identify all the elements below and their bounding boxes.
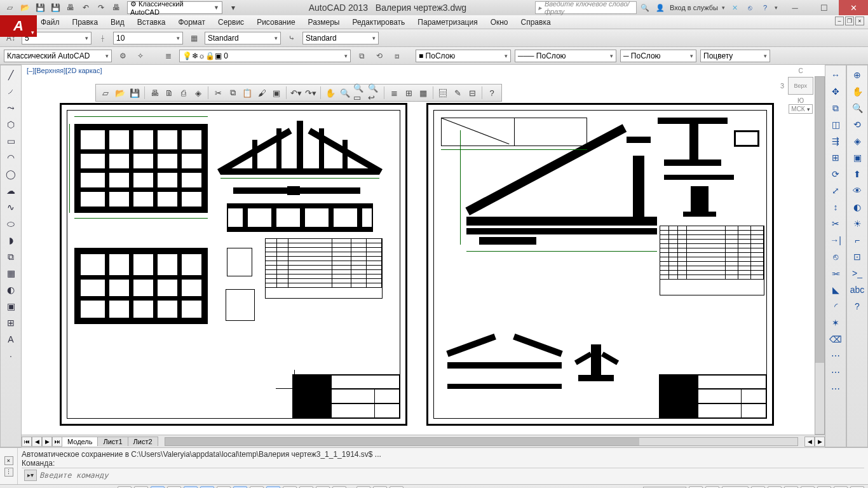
ft-paste-icon[interactable]: 📋	[240, 86, 254, 100]
layer-props-icon[interactable]: ≣	[161, 50, 175, 62]
sb-ducs-icon[interactable]: ⌐	[250, 486, 264, 489]
tab-layout2[interactable]: Лист2	[128, 437, 158, 446]
tab-prev-button[interactable]: ◀	[32, 437, 42, 447]
stayconnected-icon[interactable]: ⎋	[744, 2, 756, 13]
sb-tpy-icon[interactable]: ▥	[299, 486, 313, 489]
explode-tool-icon[interactable]: ✶	[827, 316, 844, 330]
ft-zoomp-icon[interactable]: 🔍↩	[367, 86, 381, 100]
qat-save-icon[interactable]: 💾	[33, 1, 47, 14]
mdi-restore-button[interactable]: ❐	[845, 17, 854, 25]
copy-tool-icon[interactable]: ⧉	[827, 101, 844, 115]
sb-iso-icon[interactable]: ⛶	[834, 486, 848, 489]
mdi-minimize-button[interactable]: –	[835, 17, 844, 25]
lineweight2-dropdown[interactable]: 10▾	[113, 32, 183, 44]
menu-item[interactable]: Параметризация	[416, 17, 478, 28]
cmd2-tool-icon[interactable]: abc	[849, 283, 865, 297]
viewport-label[interactable]: [–][Верхняя][2D каркас]	[22, 65, 825, 76]
infocenter-icon[interactable]: 🔍	[639, 2, 651, 13]
extend-tool-icon[interactable]: →|	[827, 233, 844, 247]
sb-snap-icon[interactable]: ⊞	[134, 486, 148, 489]
revcloud-tool-icon[interactable]: ☁	[3, 184, 19, 198]
ws-settings-icon[interactable]: ⚙	[116, 50, 130, 62]
circle-tool-icon[interactable]: ◯	[3, 167, 19, 181]
menu-item[interactable]: Формат	[177, 17, 207, 28]
tab-layout1[interactable]: Лист1	[97, 437, 128, 446]
exchange-icon[interactable]: ✕	[729, 2, 740, 13]
pan-tool-icon[interactable]: ✋	[849, 85, 865, 98]
extrude-tool-icon[interactable]: ⬆	[849, 167, 865, 181]
layer-iso-icon[interactable]: ⧉	[355, 50, 369, 62]
qat-more-icon[interactable]: ▾	[226, 1, 240, 14]
hscroll-left[interactable]: ◀	[804, 437, 815, 447]
sb-dyn-icon[interactable]: +	[266, 486, 280, 489]
offset-tool-icon[interactable]: ⇶	[827, 134, 844, 148]
qat-undo-icon[interactable]: ↶	[79, 1, 93, 14]
insert-tool-icon[interactable]: ⧉	[3, 250, 19, 264]
plotstyle-dropdown[interactable]: Поцвету▾	[700, 50, 770, 62]
close-button[interactable]: ✕	[839, 0, 868, 15]
more2-tool-icon[interactable]: ⋯	[827, 365, 844, 379]
sb-qv2-icon[interactable]: ⊞	[705, 486, 719, 489]
scale-tool-icon[interactable]: ⤢	[827, 184, 844, 198]
command-handle[interactable]: × ⋮	[0, 448, 18, 484]
sb-otrack-icon[interactable]: ∠	[233, 486, 247, 489]
ft-redo-icon[interactable]: ↷▾	[304, 86, 318, 100]
gradient-tool-icon[interactable]: ◐	[3, 283, 19, 297]
drawing-viewport[interactable]: [–][Верхняя][2D каркас] С З Верх В Ю МСК…	[22, 65, 825, 447]
point-tool-icon[interactable]: ∙	[3, 349, 19, 363]
sb-hw-icon[interactable]: ⏻	[817, 486, 831, 489]
fillet-tool-icon[interactable]: ◜	[827, 299, 844, 313]
tab-model[interactable]: Модель	[62, 437, 98, 446]
ft-help-icon[interactable]: ?	[485, 86, 499, 100]
menu-item[interactable]: Справка	[520, 17, 552, 28]
ft-sheet-icon[interactable]: ⿳	[436, 86, 450, 100]
pline-tool-icon[interactable]: ⤳	[3, 101, 19, 115]
ft-match-icon[interactable]: 🖌	[255, 86, 269, 100]
menu-item[interactable]: Окно	[489, 17, 510, 28]
wcs-dropdown[interactable]: МСК▾	[789, 104, 812, 114]
qat-print2-icon[interactable]: 🖶	[109, 1, 123, 14]
ucs-tool-icon[interactable]: ⌐	[849, 233, 865, 247]
line-tool-icon[interactable]: ╱	[3, 68, 19, 82]
sb-layout-icon[interactable]: ⊞	[373, 486, 387, 489]
box-tool-icon[interactable]: ▣	[849, 151, 865, 165]
help-icon[interactable]: ?	[759, 2, 771, 13]
mdi-close-button[interactable]: ×	[855, 17, 864, 25]
dist-tool-icon[interactable]: ↔	[827, 68, 844, 82]
tablestyle-icon[interactable]: ▦	[187, 32, 201, 44]
ft-print-icon[interactable]: 🖶	[147, 86, 161, 100]
model-space[interactable]	[60, 103, 774, 426]
erase-tool-icon[interactable]: ⌫	[827, 332, 844, 346]
sb-sc-icon[interactable]: ◫	[332, 486, 346, 489]
sb-infer-icon[interactable]: ⊕	[118, 486, 132, 489]
sb-ortho-icon[interactable]: ∟	[167, 486, 181, 489]
dimstyle-icon[interactable]: ⟊	[95, 32, 109, 44]
sb-lock-icon[interactable]: 🔒	[801, 486, 815, 489]
ft-publish-icon[interactable]: ⎙	[177, 86, 191, 100]
menu-item[interactable]: Размеры	[307, 17, 341, 28]
qat-redo-icon[interactable]: ↷	[94, 1, 108, 14]
rotate-tool-icon[interactable]: ⟳	[827, 167, 844, 181]
dimstyle-dropdown[interactable]: Standard▾	[205, 32, 281, 44]
view-tool-icon[interactable]: 👁	[849, 184, 865, 198]
ws-save-icon[interactable]: ✧	[133, 50, 147, 62]
ft-open-icon[interactable]: 📂	[113, 86, 127, 100]
field-tool-icon[interactable]: ⊡	[849, 250, 865, 264]
app-menu-button[interactable]: A ▾	[0, 15, 37, 37]
spline-tool-icon[interactable]: ∿	[3, 200, 19, 214]
rect-tool-icon[interactable]: ▭	[3, 134, 19, 148]
xline-tool-icon[interactable]: ⟋	[3, 85, 19, 98]
menu-item[interactable]: Правка	[71, 17, 100, 28]
command-input[interactable]	[39, 471, 864, 480]
ft-zoomr-icon[interactable]: 🔍	[338, 86, 352, 100]
lineweight-dropdown[interactable]: ─ ПоСлою▾	[620, 50, 696, 62]
qat-new-icon[interactable]: ▱	[3, 1, 17, 14]
sb-model-icon[interactable]: ▣	[356, 486, 370, 489]
move-tool-icon[interactable]: ✥	[827, 85, 844, 98]
orbit-tool-icon[interactable]: ⟲	[849, 118, 865, 132]
sb-3dosnap-icon[interactable]: ◈	[217, 486, 231, 489]
table-tool-icon[interactable]: ⊞	[3, 316, 19, 330]
trim-tool-icon[interactable]: ✂	[827, 217, 844, 231]
sb-annoauto-icon[interactable]: ⏃⚡	[768, 486, 782, 489]
sb-grid2-icon[interactable]: ▦	[689, 486, 703, 489]
